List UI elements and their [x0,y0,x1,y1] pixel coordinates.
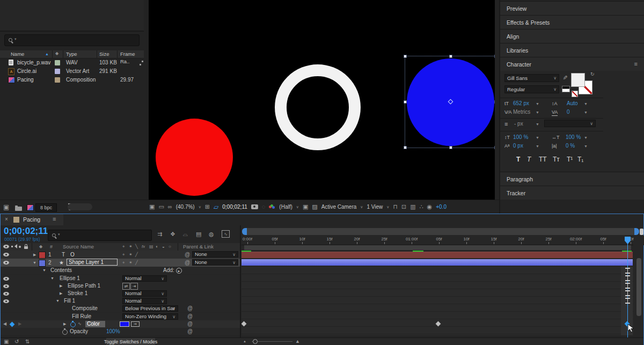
panel-menu-icon[interactable]: ≡ [634,61,638,67]
handle-bottom-left[interactable] [404,146,407,149]
timeline-tab[interactable]: × Pacing ≡ [1,214,63,225]
timeline-zoom-track[interactable] [252,341,292,342]
work-area-bar[interactable] [241,245,634,250]
label-column-icon[interactable]: ◆ [39,243,42,251]
layer-label-swatch[interactable] [39,260,46,267]
current-timecode[interactable]: 0;00;02;11 [4,226,48,237]
contents-row[interactable]: ▼ Contents Add: ▶ [1,267,241,274]
zoom-in-mountain-icon[interactable]: ▲ [295,339,300,344]
fill-label[interactable]: Fill 1 [64,297,75,305]
swap-fill-stroke-icon[interactable]: ↻ [590,72,595,77]
show-snapshot-icon[interactable]: ◌ [262,204,266,210]
bpc-button[interactable]: 8 bpc [35,203,57,212]
item-name[interactable]: bicycle_p.wav [17,58,50,67]
effects-switch-icon[interactable]: ╲ [135,243,138,251]
expander-icon[interactable]: ▶ [60,290,62,297]
project-item-wav[interactable]: bicycle_p.wav WAV 103 KB [0,58,144,67]
adjustment-switch-icon[interactable]: ◒ [162,243,165,251]
opacity-value[interactable]: 100% [106,328,120,335]
label-swatch[interactable] [55,77,60,83]
color-row[interactable]: ◀ ▶ ▶ ∿ Color ⇒ @ [1,320,241,328]
eyedropper-icon[interactable]: ✎ [562,75,568,80]
visibility-eye-icon[interactable] [3,261,9,265]
new-composition-icon[interactable] [27,204,34,211]
parent-dropdown[interactable]: None [192,259,238,266]
time-navigator[interactable] [242,228,639,235]
quality-switch-icon[interactable]: ✶ [129,251,133,259]
monitor-icon[interactable]: ▭ [158,204,164,210]
layer-label-swatch[interactable] [39,252,46,259]
handle-bottom-right[interactable] [494,146,495,149]
add-button[interactable]: ▶ [176,268,182,274]
solo-column-icon[interactable] [19,246,21,248]
graph-editor-icon[interactable]: ∿ [222,230,230,238]
toggle-switches-modes-button[interactable]: Toggle Switches / Modes [106,338,155,345]
column-type[interactable]: Type [66,50,77,58]
item-name[interactable]: Circle.ai [17,67,36,76]
blend-mode-dropdown[interactable]: Normal [122,290,167,297]
frame-blending-icon[interactable]: ▤ [196,231,201,237]
source-name-column[interactable]: Source Name [63,243,94,251]
visibility-eye-icon[interactable] [3,299,9,303]
label-column-icon[interactable]: ◆ [55,51,58,56]
tracking-value[interactable]: 0 [567,109,570,115]
timeline-button-icon[interactable]: ▥ [410,204,415,210]
project-item-ai[interactable]: A Circle.ai Vector Art 291 KB [0,67,144,76]
grid-guides-icon[interactable]: ⊞ [205,204,210,210]
dropdown-arrow-icon[interactable]: ▼ [584,143,588,150]
fill-row[interactable]: ▼ Fill 1 Normal [1,297,241,305]
pickwhip-icon[interactable]: @ [187,313,193,320]
font-family-dropdown[interactable]: Gill Sans [504,74,559,82]
expander-icon[interactable]: ▼ [56,297,60,305]
ellipse-path-label[interactable]: Ellipse Path 1 [68,282,100,290]
tab-title[interactable]: Pacing [23,216,40,223]
view-layout-dropdown[interactable]: 1 View [367,203,383,211]
default-colors-swatch[interactable] [562,86,570,93]
faux-italic-button[interactable]: T [527,156,531,163]
expression-toggle-icon[interactable]: ⇒ [131,321,140,327]
expander-icon[interactable]: ▼ [50,275,54,282]
frame-blend-switch-icon[interactable]: ▤ [149,243,153,251]
composite-dropdown[interactable]: Below Previous in Sar [122,305,178,312]
label-swatch[interactable] [55,69,60,74]
comp-marker-bin[interactable] [640,229,643,235]
interpret-footage-icon[interactable]: ▣ [3,204,9,210]
vertical-scale-value[interactable]: 100 % [513,134,528,141]
handle-mid-right[interactable] [494,100,495,104]
layer1-duration-bar[interactable] [241,252,633,258]
dropdown-arrow-icon[interactable]: ▼ [584,134,588,142]
expander-icon[interactable]: ▶ [33,251,36,259]
lock-column-icon[interactable] [24,246,28,249]
chevron-down-icon[interactable]: ∨ [360,203,363,211]
fill-rule-row[interactable]: Fill Rule Non-Zero Winding @ [1,313,241,320]
color-property-label-box[interactable]: Color [85,321,105,327]
column-name[interactable]: Name [11,50,24,58]
project-search-input[interactable]: ▾ [4,34,140,46]
stroke-row[interactable]: ▶ Stroke 1 Normal [1,290,241,297]
panel-paragraph[interactable]: Paragraph [500,172,644,186]
dropdown-arrow-icon[interactable]: ▼ [584,109,588,116]
visibility-eye-icon[interactable] [3,253,9,256]
parent-dropdown[interactable]: None [192,251,238,258]
quality-switch-icon[interactable]: ✶ [129,243,133,251]
shy-layers-icon[interactable]: ⌓ [183,231,188,237]
dropdown-arrow-icon[interactable]: ▼ [536,121,539,128]
expander-icon[interactable]: ▼ [33,259,36,267]
region-of-interest-icon[interactable]: ▣ [303,204,308,210]
close-icon[interactable]: × [5,216,8,222]
panel-effects-presets[interactable]: Effects & Presets [500,15,644,29]
path-size-icon[interactable]: ⇥ [130,283,138,290]
anchor-switch-icon[interactable]: ⌖ [122,243,125,251]
expander-icon[interactable]: ▶ [63,320,66,328]
visibility-eye-icon[interactable] [3,292,9,296]
expand-switches-icon[interactable]: ▣ [4,339,9,344]
baseline-shift-value[interactable]: 0 px [513,143,523,149]
transparency-grid-icon[interactable]: ▨ [312,204,317,210]
roi-icon[interactable]: ▱ [214,203,218,211]
viewer-timecode[interactable]: 0;00;02;11 [222,204,247,210]
handle-top-left[interactable] [404,55,407,58]
chevron-down-icon[interactable]: ∨ [199,203,201,211]
flatten-transparency-icon[interactable]: ▣ [149,204,155,210]
exposure-value[interactable]: +0.0 [436,204,447,210]
handle-bottom-center[interactable] [449,146,452,149]
